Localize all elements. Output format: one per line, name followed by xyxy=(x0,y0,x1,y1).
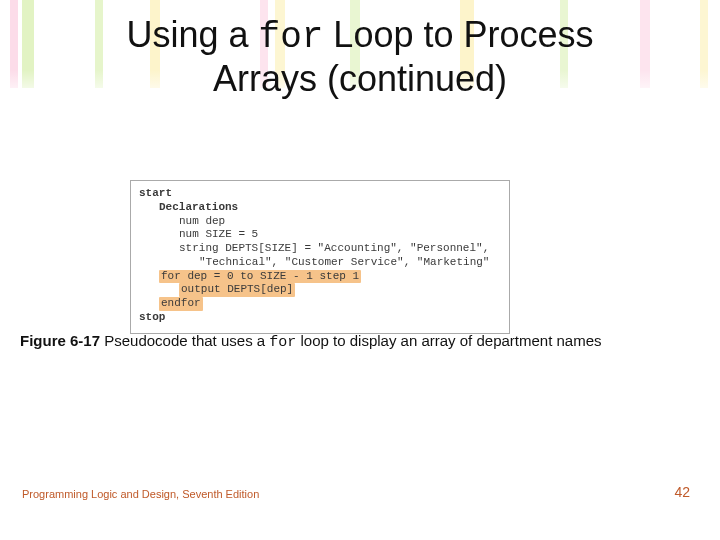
pseudocode-box: start Declarations num dep num SIZE = 5 … xyxy=(130,180,510,334)
code-stop: stop xyxy=(139,311,501,325)
title-part1: Using a xyxy=(126,14,258,55)
code-output: output DEPTS[dep] xyxy=(179,283,295,297)
code-depts1: string DEPTS[SIZE] = "Accounting", "Pers… xyxy=(179,242,501,256)
caption-mono: for xyxy=(269,334,296,351)
code-endfor: endfor xyxy=(159,297,203,311)
code-for-line: for dep = 0 to SIZE - 1 step 1 xyxy=(159,270,501,284)
code-depts2: "Technical", "Customer Service", "Market… xyxy=(199,256,501,270)
caption-post: loop to display an array of department n… xyxy=(296,332,601,349)
title-part2: Loop to Process xyxy=(323,14,593,55)
title-line2: Arrays (continued) xyxy=(213,58,507,99)
slide: Using a for Loop to Process Arrays (cont… xyxy=(0,0,720,540)
footer-source: Programming Logic and Design, Seventh Ed… xyxy=(22,488,259,500)
code-endfor-line: endfor xyxy=(159,297,501,311)
code-box-wrap: start Declarations num dep num SIZE = 5 … xyxy=(130,180,510,334)
code-for: for dep = 0 to SIZE - 1 step 1 xyxy=(159,270,361,284)
figure-caption: Figure 6-17 Pseudocode that uses a for l… xyxy=(20,332,700,351)
page-number: 42 xyxy=(674,484,690,500)
code-numsize: num SIZE = 5 xyxy=(179,228,501,242)
caption-label: Figure 6-17 xyxy=(20,332,100,349)
code-decl: Declarations xyxy=(159,201,501,215)
code-output-line: output DEPTS[dep] xyxy=(179,283,501,297)
title-mono: for xyxy=(259,17,324,58)
code-start: start xyxy=(139,187,501,201)
code-numdep: num dep xyxy=(179,215,501,229)
caption-pre: Pseudocode that uses a xyxy=(100,332,269,349)
slide-title: Using a for Loop to Process Arrays (cont… xyxy=(0,14,720,100)
